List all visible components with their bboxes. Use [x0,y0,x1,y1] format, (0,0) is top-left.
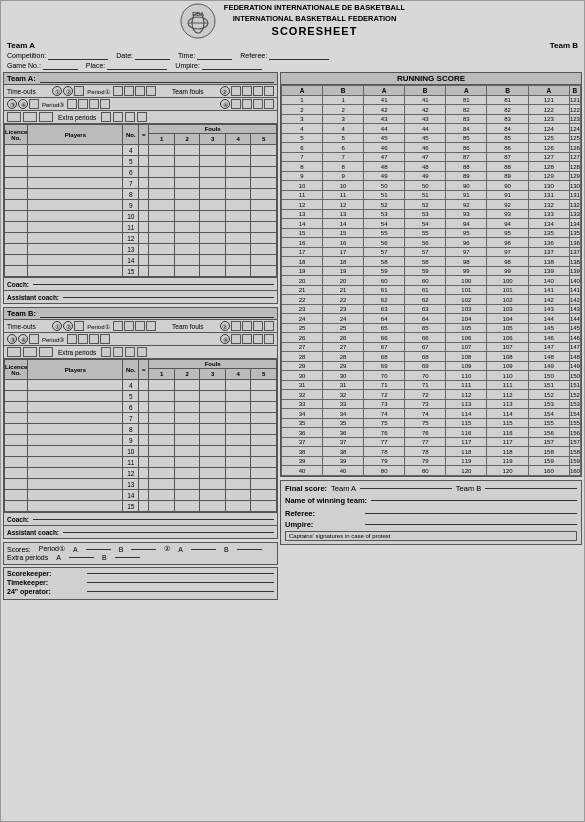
no-header-b: No. [123,360,139,380]
to-box-a1[interactable] [74,86,84,96]
referee-item: Referee: [240,51,329,60]
coach-a-field[interactable] [33,284,274,285]
table-row: 4 [5,380,277,391]
date-field[interactable] [135,51,170,60]
umpire-field[interactable] [202,61,262,70]
list-item: 171757579797137137 [282,247,581,257]
asst-coach-a-field[interactable] [63,297,274,298]
table-row: 9 [5,435,277,446]
table-row: 11 [5,457,277,468]
scores-label: Scores: [7,546,31,553]
list-item: 40408080120120160160 [282,466,581,476]
list-item: 27276767107107147147 [282,342,581,352]
umpire-right-label: Umpire: [285,520,365,529]
score-b-extra-field[interactable] [115,557,140,558]
assistant-coach-b-row: Assistant coach: [4,525,277,538]
team-a-table-header: LicenceNo. Players No. = Fouls [5,125,277,134]
list-item: 6646468686126126 [282,143,581,153]
team-a-name-field[interactable] [40,74,274,83]
list-item: 161656569696136136 [282,238,581,248]
team-b-players-table: LicenceNo. Players No. = Fouls 1 2 3 4 5 [4,359,277,512]
table-row: 14 [5,490,277,501]
bottom-row: Scorekeeper: Timekeeper: 24" operator: [3,567,582,600]
header: FIBA FEDERATION INTERNATIONALE DE BASKET… [3,3,582,39]
coach-b-row: Coach: [4,512,277,525]
table-row: 8 [5,189,277,200]
table-row: 10 [5,211,277,222]
running-score-section: RUNNING SCORE A B A B A B A B [280,72,582,477]
final-score-a-field[interactable] [360,488,452,489]
table-row: 13 [5,479,277,490]
right-panel: RUNNING SCORE A B A B A B A B [280,72,582,565]
score-b-p1-field[interactable] [131,549,156,550]
team-b-name-field[interactable] [40,309,274,318]
list-item: 7747478787127127 [282,152,581,162]
coach-b-field[interactable] [33,519,274,520]
list-item: 29296969109109149149 [282,361,581,371]
list-item: 9949498989129129 [282,171,581,181]
team-a-timeouts-label: Time-outs [7,88,36,95]
competition-field[interactable] [48,51,108,60]
scoresheet-title: SCORESHEET [224,24,405,39]
team-b-period2-boxes: ② [220,321,274,331]
list-item: 8848488888128128 [282,162,581,172]
place-field[interactable] [107,61,167,70]
team-b-timeouts-label: Time-outs [7,323,36,330]
referee-field[interactable] [269,51,329,60]
operator-field[interactable] [87,591,274,592]
list-item: 4444448484124124 [282,124,581,134]
list-item: 131353539393133133 [282,209,581,219]
list-item: 111151519191131131 [282,190,581,200]
team-a-period1-boxes: ① ② Period① [52,86,155,96]
score-b-ex-label: B [102,554,107,561]
table-row: 13 [5,244,277,255]
scorekeeper-row: Scorekeeper: [7,570,274,577]
org-line2: INTERNATIONAL BASKETBALL FEDERATION [224,14,405,25]
asst-coach-b-field[interactable] [63,532,274,533]
score-b-p2-field[interactable] [237,549,262,550]
umpire-right-row: Umpire: [285,520,577,529]
circle-4b: ④ [220,99,230,109]
list-item: 2242428282122122 [282,105,581,115]
assistant-coach-a-row: Assistant coach: [4,290,277,303]
list-item: 28286868108108148148 [282,352,581,362]
list-item: 33337373113113153153 [282,399,581,409]
score-a-extra-field[interactable] [69,557,94,558]
list-item: 38387878118118158158 [282,447,581,457]
operator-row: 24" operator: [7,588,274,595]
list-item: 121252529292132132 [282,200,581,210]
scorekeeper-label: Scorekeeper: [7,570,87,577]
org-line1: FEDERATION INTERNATIONALE DE BASKETBALL [224,3,405,14]
list-item: 151555559595135135 [282,228,581,238]
coach-b-label: Coach: [7,516,29,523]
list-item: 32327272112112152152 [282,390,581,400]
scorekeeper-field[interactable] [87,573,274,574]
gameno-field[interactable] [43,61,78,70]
score-a-label: A [73,546,78,553]
table-row: 6 [5,167,277,178]
list-item: 141454549494134134 [282,219,581,229]
list-item: 20206060100100140140 [282,276,581,286]
winning-team-field[interactable] [371,500,577,501]
list-item: 1141418181121121 [282,95,581,105]
list-item: 22226262102102142142 [282,295,581,305]
team-a-section: Team A: Time-outs ① ② Period① [3,72,278,304]
bottom-officials-right: Referee: Umpire: Captains' signatures in… [285,509,577,541]
list-item: 37377777117117157157 [282,437,581,447]
list-item: 181858589898138138 [282,257,581,267]
final-score-b-field[interactable] [485,488,577,489]
time-field[interactable] [197,51,232,60]
running-score-title: RUNNING SCORE [281,73,581,85]
umpire-right-field[interactable] [365,524,577,525]
referee-right-field[interactable] [365,513,577,514]
team-b-label: Team B [550,41,578,50]
score-a-p2-field[interactable] [191,549,216,550]
coach-a-row: Coach: [4,277,277,290]
timekeeper-field[interactable] [87,582,274,583]
eq-header-a: = [139,125,149,145]
eq-header-b: = [139,360,149,380]
score-b2-label: B [224,546,229,553]
table-row: 5 [5,156,277,167]
circle-1: ① [52,86,62,96]
score-a-p1-field[interactable] [86,549,111,550]
